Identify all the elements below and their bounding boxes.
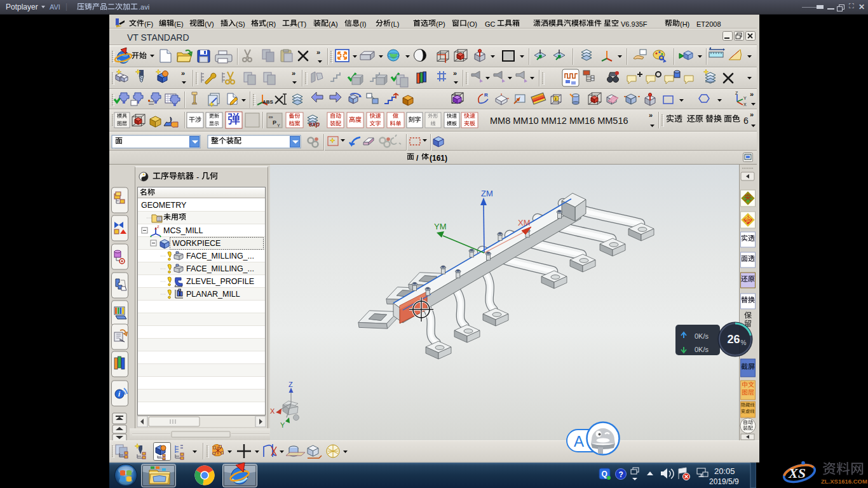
svg-text:i: i: [555, 97, 557, 101]
svg-text:26: 26: [728, 333, 740, 346]
svg-text:PLANAR_MILL: PLANAR_MILL: [186, 290, 240, 299]
svg-text:»: »: [181, 69, 185, 77]
svg-text:YM: YM: [434, 222, 447, 231]
svg-text:R: R: [484, 92, 488, 98]
svg-text:»: »: [750, 111, 754, 118]
svg-text:X: X: [743, 102, 747, 107]
svg-text:%: %: [741, 339, 747, 346]
svg-text:0K/s: 0K/s: [695, 346, 709, 353]
svg-text:Y: Y: [280, 421, 285, 429]
svg-text:Z: Z: [288, 381, 293, 388]
svg-text:XM: XM: [518, 218, 531, 227]
svg-text:»: »: [292, 69, 295, 77]
svg-text:FACE_MILLING_...: FACE_MILLING_...: [186, 252, 254, 261]
svg-text:Z: Z: [735, 91, 738, 95]
svg-text:»: »: [649, 111, 653, 119]
svg-text:Y: Y: [277, 123, 280, 128]
svg-text:Y: Y: [743, 96, 747, 100]
svg-text:»: »: [316, 48, 320, 56]
svg-text:ZLEVEL_PROFILE: ZLEVEL_PROFILE: [186, 277, 254, 286]
svg-text:MCS_MILL: MCS_MILL: [163, 226, 203, 235]
svg-text:6: 6: [743, 116, 749, 126]
svg-text:X: X: [270, 407, 275, 415]
svg-text:0K/s: 0K/s: [695, 332, 709, 340]
svg-text:A: A: [574, 433, 584, 450]
svg-text:XS: XS: [788, 465, 806, 481]
svg-text:ABS: ABS: [262, 99, 274, 105]
svg-text:P: P: [273, 119, 276, 126]
svg-text:?: ?: [619, 470, 623, 479]
svg-text:2019/5/9: 2019/5/9: [709, 477, 739, 486]
svg-text:ZM: ZM: [481, 189, 493, 198]
svg-text:ZL.XS1616.COM: ZL.XS1616.COM: [821, 478, 867, 485]
svg-text:Z: Z: [157, 225, 159, 229]
svg-text:FACE_MILLING_...: FACE_MILLING_...: [186, 264, 254, 273]
svg-text:»: »: [750, 90, 754, 98]
svg-text:Q: Q: [602, 470, 607, 478]
svg-text:GEOMETRY: GEOMETRY: [141, 201, 187, 210]
svg-text:20:05: 20:05: [714, 466, 735, 476]
svg-text:WORKPIECE: WORKPIECE: [172, 239, 220, 248]
svg-text:»: »: [453, 69, 457, 77]
svg-text:exp: exp: [309, 121, 320, 128]
svg-text:MM8 MM10 MM12 MM16 MM516: MM8 MM10 MM12 MM16 MM516: [490, 116, 628, 126]
